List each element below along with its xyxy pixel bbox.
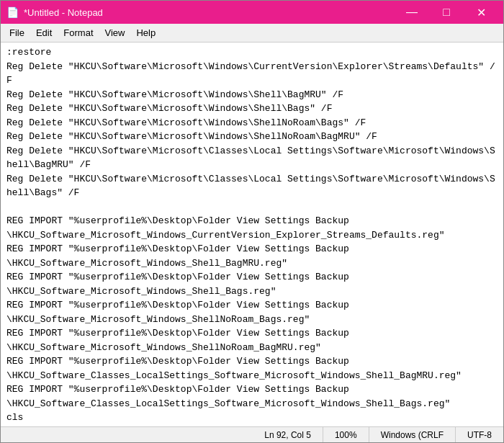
title-bar-left: 📄 *Untitled - Notepad	[6, 6, 103, 18]
status-zoom: 100%	[323, 427, 369, 442]
menu-edit[interactable]: Edit	[30, 25, 58, 40]
window-title: *Untitled - Notepad	[24, 7, 103, 18]
close-button[interactable]: ✕	[464, 2, 498, 22]
title-bar: 📄 *Untitled - Notepad — □ ✕	[1, 1, 503, 24]
menu-file[interactable]: File	[4, 25, 30, 40]
status-line-ending: Windows (CRLF	[369, 427, 456, 442]
editor-area: :restore Reg Delete "HKCU\Software\Micro…	[1, 42, 503, 426]
notepad-window: 📄 *Untitled - Notepad — □ ✕ File Edit Fo…	[0, 0, 504, 443]
status-line-col: Ln 92, Col 5	[253, 427, 323, 442]
menu-view[interactable]: View	[99, 25, 131, 40]
title-bar-controls: — □ ✕	[395, 2, 498, 22]
maximize-button[interactable]: □	[430, 2, 463, 22]
minimize-button[interactable]: —	[395, 2, 428, 22]
notepad-icon: 📄	[6, 6, 18, 18]
menu-bar: File Edit Format View Help	[1, 24, 503, 42]
menu-format[interactable]: Format	[58, 25, 99, 40]
text-editor[interactable]: :restore Reg Delete "HKCU\Software\Micro…	[1, 42, 503, 426]
status-bar: Ln 92, Col 5 100% Windows (CRLF UTF-8	[1, 426, 503, 442]
menu-help[interactable]: Help	[130, 25, 161, 40]
status-encoding: UTF-8	[456, 427, 503, 442]
